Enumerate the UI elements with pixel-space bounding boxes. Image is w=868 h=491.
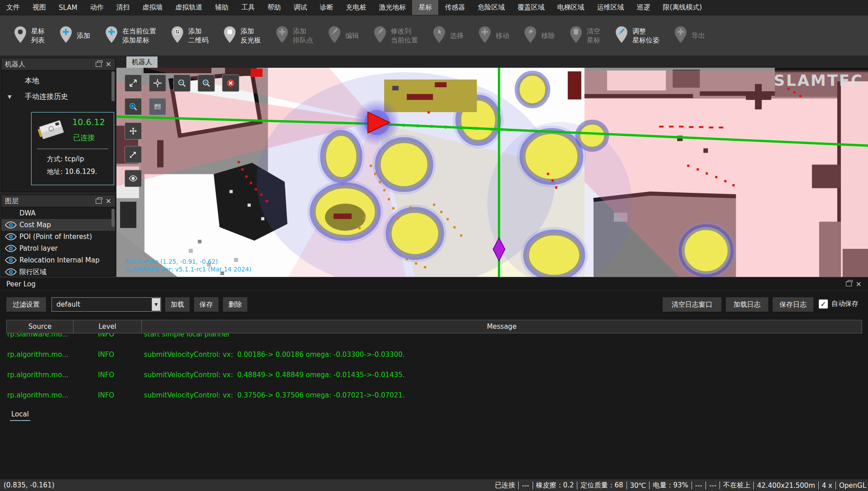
map-canvas[interactable]: SLAMTEC Robot Pose (1.25, -0.91, -0.62) …	[116, 68, 868, 277]
map-tab-robot[interactable]: 机器人	[126, 56, 158, 68]
menu-item-1[interactable]: 视图	[26, 0, 52, 15]
toolbar-item-4[interactable]: 添加反光板	[223, 26, 261, 46]
zoom-region-button[interactable]	[125, 98, 142, 115]
layer-row-5[interactable]: 限行区域	[1, 266, 115, 276]
toolbar-item-12[interactable]: 调整星标位姿	[615, 26, 659, 46]
float-panel-icon[interactable]	[846, 281, 852, 286]
visibility-button[interactable]	[125, 170, 142, 187]
pin-eraser-icon	[524, 26, 537, 46]
toolbar-item-label: 添加二维码	[188, 27, 209, 45]
load-filter-button[interactable]: 加载	[165, 297, 190, 312]
eye-icon[interactable]	[5, 257, 17, 264]
close-map-button[interactable]	[222, 75, 239, 92]
menu-item-3[interactable]: 动作	[84, 0, 110, 15]
menu-item-10[interactable]: 调试	[287, 0, 313, 15]
eye-icon[interactable]	[5, 245, 17, 252]
log-column-message[interactable]: Message	[141, 320, 862, 333]
autosave-checkbox[interactable]: ✓	[819, 299, 828, 309]
zoom-fit-button[interactable]	[125, 75, 142, 92]
chevron-down-icon[interactable]: ▼	[8, 94, 11, 100]
log-column-level[interactable]: Level	[73, 320, 141, 333]
menu-item-8[interactable]: 工具	[235, 0, 261, 15]
menu-item-6[interactable]: 虚拟轨道	[169, 0, 209, 15]
float-panel-icon[interactable]	[96, 199, 102, 204]
robot-connection-card[interactable]: 10.6.12 已连接 方式: tcp/ip 地址: 10.6.129.	[31, 112, 114, 185]
layer-row-1[interactable]: Cost Map	[1, 219, 115, 231]
log-row-1[interactable]: rp.algorithm.mo...INFOsubmitVelocityCont…	[6, 344, 862, 365]
log-message: submitVelocityControl: vx: 0.48849-> 0.4…	[141, 371, 862, 379]
log-row-3[interactable]: rp.algorithm.mo...INFOsubmitVelocityCont…	[6, 385, 862, 405]
filter-settings-button[interactable]: 过滤设置	[6, 297, 46, 312]
separator	[753, 482, 754, 489]
scrollbar[interactable]	[111, 209, 115, 227]
menu-item-9[interactable]: 帮助	[261, 0, 287, 15]
menu-item-17[interactable]: 覆盖区域	[511, 0, 551, 15]
toolbar-item-label: 选择	[450, 31, 464, 40]
close-panel-icon[interactable]: ×	[856, 281, 862, 288]
clear-log-window-button[interactable]: 清空日志窗口	[663, 297, 721, 312]
separator	[533, 482, 533, 489]
load-log-button[interactable]: 加载日志	[726, 297, 768, 312]
log-level: INFO	[73, 351, 141, 359]
layer-row-2[interactable]: POI (Point of Interest)	[1, 231, 115, 243]
status-segment-3: 定位质量：68	[580, 481, 623, 490]
layer-row-0[interactable]: DWA	[1, 207, 115, 219]
robot-connection-status: 已连接	[73, 133, 95, 143]
menu-item-12[interactable]: 充电桩	[339, 0, 372, 15]
snapshot-button[interactable]	[149, 98, 166, 115]
menu-item-18[interactable]: 电梯区域	[551, 0, 590, 15]
zoom-in-button[interactable]	[198, 75, 215, 92]
pan-button[interactable]	[125, 122, 142, 140]
center-view-button[interactable]	[149, 75, 166, 92]
toolbar-item-label: 清空星标	[587, 27, 600, 45]
toolbar-item-2[interactable]: 在当前位置添加星标	[105, 26, 156, 46]
menu-item-19[interactable]: 运维区域	[590, 0, 630, 15]
menu-item-7[interactable]: 辅助	[209, 0, 235, 15]
menu-item-16[interactable]: 危险区域	[471, 0, 511, 15]
log-column-source[interactable]: Source	[6, 320, 73, 333]
toolbar-item-1[interactable]: 添加	[59, 26, 90, 46]
chevron-down-icon[interactable]: ▼	[152, 298, 160, 311]
log-row-0[interactable]: rp.slamware.mo...INFOstart simple local …	[6, 333, 862, 344]
eye-icon[interactable]	[5, 268, 17, 276]
menu-item-0[interactable]: 文件	[0, 0, 26, 15]
menu-item-15[interactable]: 传感器	[438, 0, 471, 15]
pin-pencil-blue-icon	[615, 26, 628, 46]
menu-item-13[interactable]: 激光地标	[372, 0, 412, 15]
toolbar-item-label: 移动	[496, 31, 509, 40]
pin-qr-icon	[171, 26, 184, 46]
filter-profile-select[interactable]: default ▼	[51, 297, 161, 312]
menu-item-4[interactable]: 清扫	[110, 0, 136, 15]
close-panel-icon[interactable]: ×	[106, 197, 111, 205]
layer-row-4[interactable]: Relocation Internal Map	[1, 254, 115, 266]
separator	[692, 482, 692, 489]
zoom-out-button[interactable]	[173, 75, 190, 92]
close-panel-icon[interactable]: ×	[106, 61, 111, 68]
tree-item-history[interactable]: 手动连接历史	[25, 92, 68, 102]
menu-bar: 文件视图SLAM动作清扫虚拟墙虚拟轨道辅助工具帮助调试诊断充电桩激光地标星标传感…	[0, 0, 868, 15]
log-row-2[interactable]: rp.algorithm.mo...INFOsubmitVelocityCont…	[6, 365, 862, 385]
eye-icon[interactable]	[5, 221, 17, 229]
menu-item-21[interactable]: 限(离线模式)	[656, 0, 708, 15]
toolbar-item-label: 在当前位置添加星标	[122, 27, 156, 45]
layer-row-3[interactable]: Patrol layer	[1, 243, 115, 254]
log-table-header: SourceLevelMessage	[6, 320, 862, 333]
measure-button[interactable]	[125, 146, 142, 163]
menu-item-5[interactable]: 虚拟墙	[136, 0, 169, 15]
log-table: SourceLevelMessage rp.slamware.mo...INFO…	[6, 320, 862, 422]
save-filter-button[interactable]: 保存	[194, 297, 218, 312]
tree-item-local[interactable]: 本地	[25, 76, 39, 86]
float-panel-icon[interactable]	[96, 62, 102, 67]
scrollbar[interactable]	[111, 71, 115, 101]
delete-filter-button[interactable]: 删除	[223, 297, 247, 312]
menu-item-2[interactable]: SLAM	[52, 0, 84, 15]
menu-item-14[interactable]: 星标	[412, 0, 438, 15]
save-log-button[interactable]: 保存日志	[773, 297, 813, 312]
toolbar-item-3[interactable]: 添加二维码	[171, 26, 209, 46]
menu-item-11[interactable]: 诊断	[313, 0, 339, 15]
eye-icon[interactable]	[5, 233, 17, 240]
filter-profile-value: default	[52, 300, 152, 309]
status-segment-2: 橡皮擦：0.2	[536, 481, 574, 490]
menu-item-20[interactable]: 巡逻	[630, 0, 656, 15]
toolbar-item-0[interactable]: 星标列表	[14, 26, 45, 46]
